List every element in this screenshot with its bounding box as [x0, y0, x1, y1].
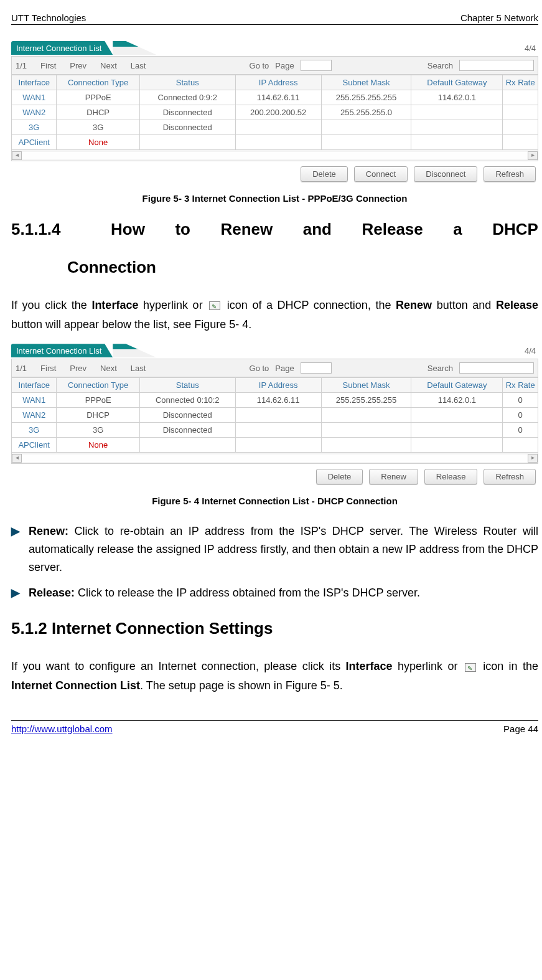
- disconnect-button[interactable]: Disconnect: [414, 166, 477, 182]
- record-count: 4/4: [525, 44, 538, 53]
- cell-status: Disconnected: [139, 105, 235, 120]
- delete-button[interactable]: Delete: [301, 166, 348, 182]
- page-label: Page: [275, 364, 294, 373]
- col-subnet-mask[interactable]: Subnet Mask: [321, 378, 411, 393]
- cell-connection-type: PPPoE: [57, 393, 139, 408]
- page-input[interactable]: [301, 60, 332, 71]
- horizontal-scrollbar[interactable]: ◂ ▸: [11, 453, 538, 464]
- footer-url[interactable]: http://www.uttglobal.com: [11, 723, 113, 734]
- record-count: 4/4: [525, 346, 538, 356]
- cell-subnet-mask: [321, 438, 411, 453]
- heading-5-1-2: 5.1.2 Internet Connection Settings: [11, 619, 538, 638]
- release-button[interactable]: Release: [424, 469, 478, 484]
- connect-button[interactable]: Connect: [354, 166, 408, 182]
- scroll-left-icon[interactable]: ◂: [12, 454, 22, 463]
- cell-rx-rate: [503, 120, 538, 135]
- table-row[interactable]: WAN1PPPoEConnected 0:9:2114.62.6.11255.2…: [12, 90, 538, 105]
- toolbar: 1/1 First Prev Next Last Go to Page Sear…: [11, 56, 538, 75]
- cell-interface[interactable]: APClient: [12, 135, 57, 150]
- cell-default-gateway: [411, 423, 503, 438]
- scroll-left-icon[interactable]: ◂: [12, 151, 22, 160]
- scroll-track[interactable]: [22, 455, 528, 462]
- nav-last[interactable]: Last: [131, 364, 146, 373]
- pager-indicator: 1/1: [16, 61, 27, 70]
- cell-ip-address: [235, 438, 321, 453]
- table-row[interactable]: WAN1PPPoEConnected 0:10:2114.62.6.11255.…: [12, 393, 538, 408]
- table-row[interactable]: 3G3GDisconnected: [12, 120, 538, 135]
- heading-word: and: [303, 220, 332, 239]
- table-row[interactable]: APClientNone: [12, 438, 538, 453]
- cell-ip-address: [235, 135, 321, 150]
- cell-default-gateway: [411, 408, 503, 423]
- page-footer: http://www.uttglobal.com Page 44: [11, 720, 538, 734]
- refresh-button[interactable]: Refresh: [484, 166, 536, 182]
- heading-word: to: [175, 220, 190, 239]
- cell-interface[interactable]: 3G: [12, 120, 57, 135]
- cell-subnet-mask: [321, 423, 411, 438]
- cell-connection-type: DHCP: [57, 105, 139, 120]
- cell-interface[interactable]: WAN1: [12, 393, 57, 408]
- nav-prev[interactable]: Prev: [70, 364, 86, 373]
- page-header: UTT Technologies Chapter 5 Network: [11, 12, 538, 25]
- cell-rx-rate: [503, 438, 538, 453]
- col-subnet-mask[interactable]: Subnet Mask: [321, 75, 411, 90]
- table-row[interactable]: 3G3GDisconnected0: [12, 423, 538, 438]
- scroll-right-icon[interactable]: ▸: [528, 454, 538, 463]
- cell-connection-type: DHCP: [57, 408, 139, 423]
- cell-interface[interactable]: APClient: [12, 438, 57, 453]
- col-interface[interactable]: Interface: [12, 75, 57, 90]
- scroll-track[interactable]: [22, 152, 528, 159]
- bullet-arrow-icon: ▶: [11, 522, 29, 576]
- horizontal-scrollbar[interactable]: ◂ ▸: [11, 150, 538, 161]
- nav-last[interactable]: Last: [131, 61, 146, 70]
- heading-5-1-1-4-line2: Connection: [67, 258, 538, 277]
- table-row[interactable]: APClientNone: [12, 135, 538, 150]
- nav-next[interactable]: Next: [100, 364, 117, 373]
- cell-ip-address: 114.62.6.11: [235, 90, 321, 105]
- nav-prev[interactable]: Prev: [70, 61, 86, 70]
- col-status[interactable]: Status: [139, 378, 235, 393]
- bullet-item: ▶Release: Click to release the IP addres…: [11, 584, 538, 602]
- paragraph-settings-intro: If you want to configure an Internet con…: [11, 657, 538, 695]
- col-rx-rate[interactable]: Rx Rate: [503, 75, 538, 90]
- list-title-tab: Internet Connection List: [11, 344, 113, 357]
- bullet-list: ▶Renew: Click to re-obtain an IP address…: [11, 522, 538, 601]
- col-ip-address[interactable]: IP Address: [235, 378, 321, 393]
- cell-interface[interactable]: WAN2: [12, 105, 57, 120]
- bullet-item: ▶Renew: Click to re-obtain an IP address…: [11, 522, 538, 576]
- col-connection-type[interactable]: Connection Type: [57, 378, 139, 393]
- heading-word: a: [453, 220, 462, 239]
- cell-interface[interactable]: 3G: [12, 423, 57, 438]
- refresh-button[interactable]: Refresh: [484, 469, 536, 484]
- cell-status: Connected 0:9:2: [139, 90, 235, 105]
- cell-status: [139, 135, 235, 150]
- nav-first[interactable]: First: [40, 61, 56, 70]
- cell-ip-address: [235, 408, 321, 423]
- col-rx-rate[interactable]: Rx Rate: [503, 378, 538, 393]
- col-interface[interactable]: Interface: [12, 378, 57, 393]
- cell-interface[interactable]: WAN2: [12, 408, 57, 423]
- scroll-right-icon[interactable]: ▸: [528, 151, 538, 160]
- cell-subnet-mask: [321, 135, 411, 150]
- cell-connection-type: 3G: [57, 120, 139, 135]
- nav-first[interactable]: First: [40, 364, 56, 373]
- cell-status: Disconnected: [139, 408, 235, 423]
- renew-button[interactable]: Renew: [369, 469, 418, 484]
- cell-default-gateway: [411, 105, 503, 120]
- cell-rx-rate: [503, 135, 538, 150]
- search-input[interactable]: [459, 60, 534, 71]
- cell-rx-rate: 0: [503, 393, 538, 408]
- cell-default-gateway: [411, 135, 503, 150]
- col-default-gateway[interactable]: Default Gateway: [411, 75, 503, 90]
- delete-button[interactable]: Delete: [316, 469, 363, 484]
- table-row[interactable]: WAN2DHCPDisconnected200.200.200.52255.25…: [12, 105, 538, 120]
- nav-next[interactable]: Next: [100, 61, 117, 70]
- search-input[interactable]: [459, 362, 534, 374]
- page-input[interactable]: [301, 362, 332, 374]
- cell-interface[interactable]: WAN1: [12, 90, 57, 105]
- col-default-gateway[interactable]: Default Gateway: [411, 378, 503, 393]
- col-ip-address[interactable]: IP Address: [235, 75, 321, 90]
- col-connection-type[interactable]: Connection Type: [57, 75, 139, 90]
- col-status[interactable]: Status: [139, 75, 235, 90]
- table-row[interactable]: WAN2DHCPDisconnected0: [12, 408, 538, 423]
